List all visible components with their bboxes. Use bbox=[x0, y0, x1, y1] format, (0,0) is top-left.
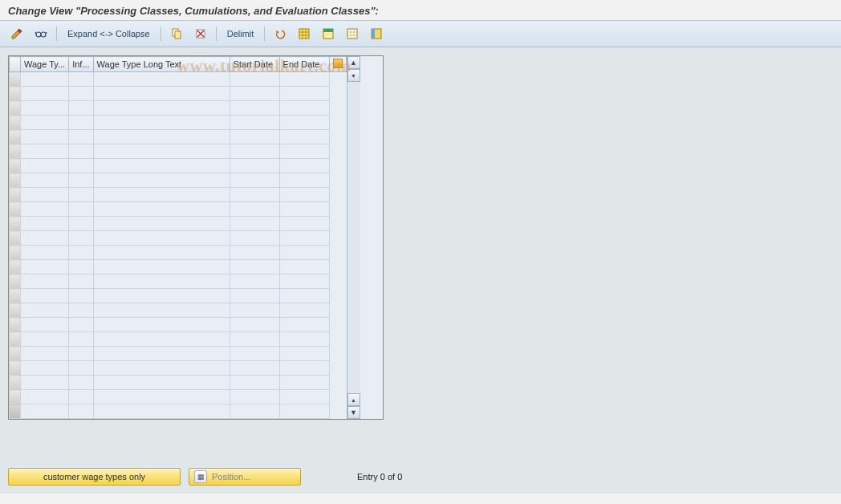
cell[interactable] bbox=[279, 361, 329, 376]
cell[interactable] bbox=[230, 87, 279, 101]
cell[interactable] bbox=[21, 188, 69, 202]
cell[interactable] bbox=[279, 289, 329, 303]
cell[interactable] bbox=[21, 303, 69, 318]
cell[interactable] bbox=[69, 188, 93, 202]
cell[interactable] bbox=[93, 159, 230, 173]
cell[interactable] bbox=[230, 231, 279, 246]
cell[interactable] bbox=[69, 361, 93, 376]
row-selector[interactable] bbox=[10, 274, 21, 289]
table-row[interactable] bbox=[10, 173, 347, 188]
glasses-icon[interactable] bbox=[30, 26, 51, 42]
cell[interactable] bbox=[69, 217, 93, 231]
cell[interactable] bbox=[279, 116, 329, 130]
table-row[interactable] bbox=[10, 130, 347, 144]
cell[interactable] bbox=[230, 188, 279, 202]
cell[interactable] bbox=[93, 361, 230, 376]
cell[interactable] bbox=[279, 144, 329, 159]
cell[interactable] bbox=[21, 72, 69, 87]
cell[interactable] bbox=[230, 144, 279, 159]
cell[interactable] bbox=[279, 347, 329, 361]
cell[interactable] bbox=[21, 404, 69, 419]
config-columns-icon[interactable] bbox=[366, 26, 387, 42]
table-row[interactable] bbox=[10, 144, 347, 159]
cell[interactable] bbox=[93, 173, 230, 188]
table-row[interactable] bbox=[10, 347, 347, 361]
cell[interactable] bbox=[69, 116, 93, 130]
cell[interactable] bbox=[230, 347, 279, 361]
cell[interactable] bbox=[69, 144, 93, 159]
expand-collapse-button[interactable]: Expand <-> Collapse bbox=[62, 26, 156, 42]
table-row[interactable] bbox=[10, 318, 347, 332]
table-row[interactable] bbox=[10, 376, 347, 390]
scroll-up-button[interactable]: ▲ bbox=[347, 56, 360, 69]
row-selector[interactable] bbox=[10, 130, 21, 144]
cell[interactable] bbox=[93, 144, 230, 159]
cell[interactable] bbox=[230, 217, 279, 231]
wage-type-table[interactable]: Wage Ty... Inf... Wage Type Long Text St… bbox=[9, 56, 347, 419]
cell[interactable] bbox=[230, 116, 279, 130]
cell[interactable] bbox=[93, 260, 230, 274]
row-selector[interactable] bbox=[10, 173, 21, 188]
delete-icon[interactable] bbox=[190, 26, 211, 42]
scroll-track[interactable] bbox=[347, 82, 360, 393]
cell[interactable] bbox=[69, 246, 93, 260]
cell[interactable] bbox=[230, 289, 279, 303]
table-row[interactable] bbox=[10, 159, 347, 173]
col-end-date[interactable]: End Date bbox=[279, 57, 329, 72]
cell[interactable] bbox=[21, 173, 69, 188]
row-selector[interactable] bbox=[10, 318, 21, 332]
cell[interactable] bbox=[21, 231, 69, 246]
cell[interactable] bbox=[93, 130, 230, 144]
edit-icon[interactable] bbox=[6, 26, 27, 42]
cell[interactable] bbox=[279, 246, 329, 260]
cell[interactable] bbox=[279, 72, 329, 87]
row-selector[interactable] bbox=[10, 376, 21, 390]
cell[interactable] bbox=[279, 274, 329, 289]
cell[interactable] bbox=[69, 289, 93, 303]
copy-icon[interactable] bbox=[166, 26, 187, 42]
table-row[interactable] bbox=[10, 116, 347, 130]
row-selector[interactable] bbox=[10, 188, 21, 202]
cell[interactable] bbox=[230, 274, 279, 289]
cell[interactable] bbox=[93, 116, 230, 130]
cell[interactable] bbox=[230, 376, 279, 390]
cell[interactable] bbox=[69, 260, 93, 274]
table-row[interactable] bbox=[10, 289, 347, 303]
cell[interactable] bbox=[93, 87, 230, 101]
table-config-button[interactable] bbox=[329, 57, 346, 72]
col-wage-type[interactable]: Wage Ty... bbox=[21, 57, 69, 72]
row-selector[interactable] bbox=[10, 217, 21, 231]
cell[interactable] bbox=[69, 101, 93, 116]
cell[interactable] bbox=[69, 332, 93, 347]
cell[interactable] bbox=[69, 202, 93, 217]
cell[interactable] bbox=[69, 347, 93, 361]
cell[interactable] bbox=[21, 347, 69, 361]
cell[interactable] bbox=[93, 318, 230, 332]
cell[interactable] bbox=[279, 87, 329, 101]
cell[interactable] bbox=[93, 347, 230, 361]
row-selector[interactable] bbox=[10, 260, 21, 274]
cell[interactable] bbox=[279, 318, 329, 332]
deselect-all-icon[interactable] bbox=[342, 26, 363, 42]
cell[interactable] bbox=[21, 116, 69, 130]
cell[interactable] bbox=[21, 260, 69, 274]
cell[interactable] bbox=[93, 390, 230, 404]
cell[interactable] bbox=[93, 303, 230, 318]
cell[interactable] bbox=[21, 361, 69, 376]
cell[interactable] bbox=[69, 173, 93, 188]
cell[interactable] bbox=[21, 217, 69, 231]
cell[interactable] bbox=[230, 404, 279, 419]
scroll-page-up-button[interactable]: ▼ bbox=[347, 69, 360, 82]
select-block-icon[interactable] bbox=[318, 26, 339, 42]
cell[interactable] bbox=[21, 101, 69, 116]
cell[interactable] bbox=[279, 159, 329, 173]
col-start-date[interactable]: Start Date bbox=[230, 57, 279, 72]
cell[interactable] bbox=[93, 101, 230, 116]
cell[interactable] bbox=[21, 376, 69, 390]
undo-icon[interactable] bbox=[270, 26, 290, 42]
row-selector[interactable] bbox=[10, 246, 21, 260]
cell[interactable] bbox=[279, 188, 329, 202]
table-row[interactable] bbox=[10, 231, 347, 246]
cell[interactable] bbox=[230, 159, 279, 173]
cell[interactable] bbox=[230, 246, 279, 260]
